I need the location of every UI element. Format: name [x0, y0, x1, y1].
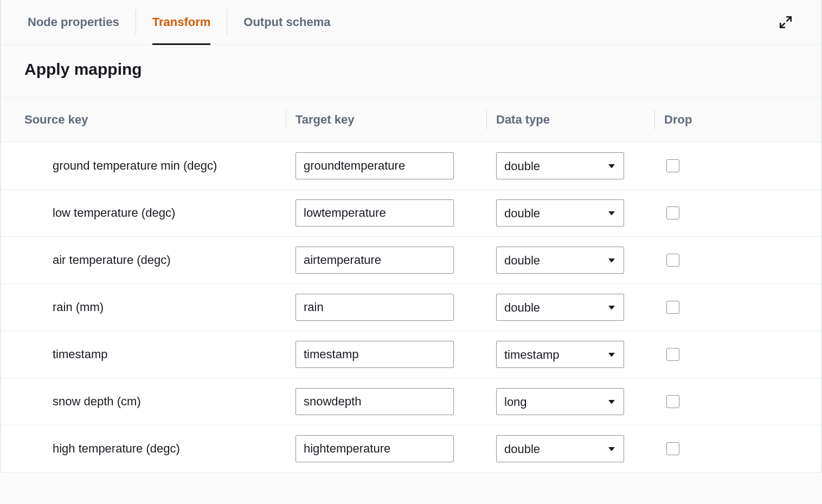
tab-transform[interactable]: Transform: [152, 0, 211, 44]
table-row: low temperature (degc)doublelongtimestam…: [1, 190, 821, 237]
source-key-label: high temperature (degc): [24, 442, 296, 456]
drop-checkbox[interactable]: [666, 348, 679, 361]
data-type-select[interactable]: doublelongtimestampstringintboolean: [496, 294, 624, 321]
data-type-select-wrap: doublelongtimestampstringintboolean: [496, 341, 624, 368]
data-type-select-wrap: doublelongtimestampstringintboolean: [496, 199, 624, 227]
table-row: rain (mm)doublelongtimestampstringintboo…: [1, 284, 821, 331]
target-key-input[interactable]: [296, 388, 454, 415]
data-type-cell: doublelongtimestampstringintboolean: [496, 341, 664, 368]
header-target-key: Target key: [296, 98, 496, 142]
section-title: Apply mapping: [1, 45, 821, 97]
target-key-input[interactable]: [296, 341, 454, 368]
table-row: timestampdoublelongtimestampstringintboo…: [1, 331, 821, 378]
drop-cell: [664, 442, 798, 455]
tab-bar: Node properties Transform Output schema: [1, 0, 821, 45]
data-type-select-wrap: doublelongtimestampstringintboolean: [496, 435, 624, 462]
target-key-input[interactable]: [296, 152, 454, 179]
data-type-cell: doublelongtimestampstringintboolean: [496, 247, 664, 274]
tab-node-properties[interactable]: Node properties: [28, 0, 119, 44]
tab-output-schema[interactable]: Output schema: [243, 0, 330, 44]
target-key-input[interactable]: [296, 199, 454, 227]
drop-cell: [664, 206, 798, 219]
drop-cell: [664, 348, 798, 361]
expand-icon: [779, 15, 793, 29]
drop-checkbox[interactable]: [666, 442, 679, 455]
target-key-cell: [296, 341, 496, 368]
source-key-label: air temperature (degc): [24, 253, 296, 267]
source-key-label: timestamp: [24, 347, 296, 361]
data-type-cell: doublelongtimestampstringintboolean: [496, 199, 664, 227]
drop-cell: [664, 301, 798, 314]
target-key-cell: [296, 199, 496, 227]
header-source-key: Source key: [24, 98, 296, 142]
data-type-select[interactable]: doublelongtimestampstringintboolean: [496, 199, 624, 227]
mapping-rows: ground temperature min (degc)doublelongt…: [1, 143, 821, 473]
table-row: snow depth (cm)doublelongtimestampstring…: [1, 378, 821, 425]
target-key-cell: [296, 247, 496, 274]
data-type-select-wrap: doublelongtimestampstringintboolean: [496, 152, 624, 179]
table-row: ground temperature min (degc)doublelongt…: [1, 143, 821, 190]
expand-button[interactable]: [777, 14, 794, 31]
data-type-cell: doublelongtimestampstringintboolean: [496, 388, 664, 415]
drop-checkbox[interactable]: [666, 254, 679, 267]
header-drop: Drop: [664, 98, 798, 142]
data-type-cell: doublelongtimestampstringintboolean: [496, 152, 664, 179]
drop-checkbox[interactable]: [666, 206, 679, 219]
drop-checkbox[interactable]: [666, 159, 679, 172]
data-type-select-wrap: doublelongtimestampstringintboolean: [496, 294, 624, 321]
target-key-cell: [296, 152, 496, 179]
data-type-select-wrap: doublelongtimestampstringintboolean: [496, 247, 624, 274]
target-key-cell: [296, 388, 496, 415]
data-type-select-wrap: doublelongtimestampstringintboolean: [496, 388, 624, 415]
header-data-type: Data type: [496, 98, 664, 142]
data-type-select[interactable]: doublelongtimestampstringintboolean: [496, 152, 624, 179]
drop-checkbox[interactable]: [666, 301, 679, 314]
table-row: air temperature (degc)doublelongtimestam…: [1, 237, 821, 284]
table-row: high temperature (degc)doublelongtimesta…: [1, 425, 821, 473]
data-type-select[interactable]: doublelongtimestampstringintboolean: [496, 435, 624, 462]
drop-cell: [664, 159, 798, 172]
tab-divider: [227, 10, 227, 35]
tab-divider: [136, 10, 136, 35]
source-key-label: low temperature (degc): [24, 206, 296, 220]
transform-panel: Node properties Transform Output schema …: [0, 0, 822, 473]
data-type-select[interactable]: doublelongtimestampstringintboolean: [496, 341, 624, 368]
target-key-cell: [296, 435, 496, 462]
drop-cell: [664, 254, 798, 267]
target-key-input[interactable]: [296, 247, 454, 274]
data-type-cell: doublelongtimestampstringintboolean: [496, 294, 664, 321]
data-type-select[interactable]: doublelongtimestampstringintboolean: [496, 388, 624, 415]
target-key-input[interactable]: [296, 294, 454, 321]
drop-checkbox[interactable]: [666, 395, 679, 408]
target-key-input[interactable]: [296, 435, 454, 462]
data-type-select[interactable]: doublelongtimestampstringintboolean: [496, 247, 624, 274]
table-header: Source key Target key Data type Drop: [1, 97, 821, 143]
data-type-cell: doublelongtimestampstringintboolean: [496, 435, 664, 462]
source-key-label: snow depth (cm): [24, 395, 296, 409]
drop-cell: [664, 395, 798, 408]
source-key-label: rain (mm): [24, 300, 296, 314]
target-key-cell: [296, 294, 496, 321]
source-key-label: ground temperature min (degc): [24, 159, 296, 173]
